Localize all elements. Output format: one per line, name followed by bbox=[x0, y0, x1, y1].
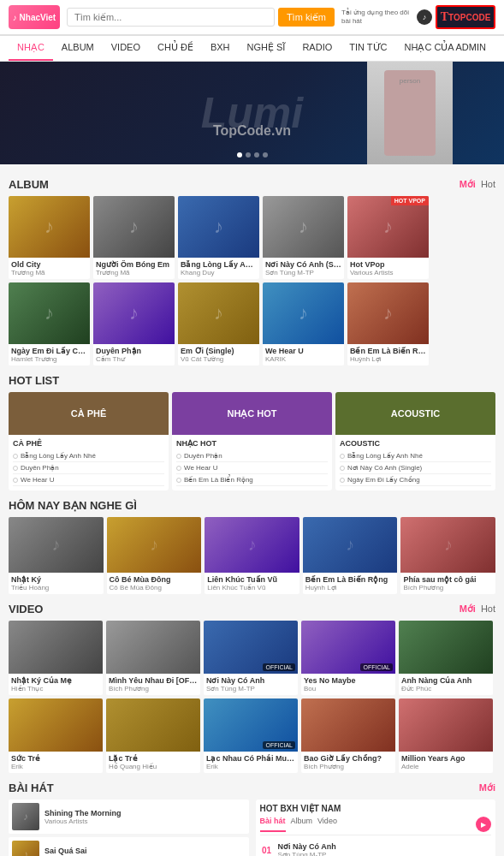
video-item[interactable]: Mình Yêu Nhau Đi [OFFICIAL M.. Bích Phươ… bbox=[106, 621, 200, 695]
chart-tab[interactable]: Album bbox=[291, 817, 313, 832]
video-header: VIDEO Mới Hot bbox=[9, 603, 495, 615]
nav-item-tintức[interactable]: TIN TỨC bbox=[341, 36, 395, 61]
navigation: NHẠCALBUMVIDEOCHỦ ĐỀBXHNGHỆ SĨRADIOTIN T… bbox=[0, 36, 504, 62]
nav-item-video[interactable]: VIDEO bbox=[103, 36, 149, 61]
video-item[interactable]: Bao Giờ Lấy Chồng? Bích Phương bbox=[301, 698, 395, 773]
album-item[interactable]: ♪ We Hear U KARIK bbox=[263, 282, 344, 366]
chart-row[interactable]: 01 Nơi Này Có Anh Sơn Tùng M-TP bbox=[260, 840, 492, 856]
album-item[interactable]: ♪ Ngày Em Đi Lấy Chồng Hamlet Trương bbox=[9, 282, 90, 366]
album-tab-hot[interactable]: Hot bbox=[481, 179, 495, 190]
album-item[interactable]: ♪ HOT VPOP Hot VPop Various Artists bbox=[347, 196, 429, 279]
today-grid: ♪ Nhật Ký Triều Hoàng ♪ Cô Bé Mùa Đông C… bbox=[9, 517, 495, 594]
top-right: Tải ứng dụng theo dõi bài hát ♪ T TOPCOD… bbox=[341, 5, 495, 29]
hot-list-card[interactable]: ACOUSTIC ACOUSTIC Bằng Lòng Lấy Anh NhéN… bbox=[335, 392, 495, 490]
nav-item-bxh[interactable]: BXH bbox=[202, 36, 239, 61]
album-grid: ♪ Old City Trương Mã ♪ Người Ôm Bóng Em … bbox=[9, 196, 495, 366]
hot-list-title: HOT LIST bbox=[9, 374, 59, 387]
nav-item-chủđề[interactable]: CHỦ ĐỀ bbox=[149, 36, 202, 61]
nav-item-nhạccủaadmin[interactable]: NHẠC CỦA ADMIN bbox=[396, 36, 495, 61]
baihat-item[interactable]: ♪ Sai Quá Sai Dương Nội bbox=[9, 837, 249, 856]
chart-title: HOT BXH VIỆT NAM bbox=[260, 804, 492, 813]
video-tabs: Mới Hot bbox=[460, 603, 495, 615]
today-item[interactable]: ♪ Cô Bé Mùa Đông Cô Bé Mùa Đông bbox=[107, 517, 202, 594]
album-item[interactable]: ♪ Old City Trương Mã bbox=[9, 196, 90, 279]
album-tab-moi[interactable]: Mới bbox=[460, 179, 476, 190]
album-item[interactable]: ♪ Em Ơi (Single) Vũ Cát Tường bbox=[178, 282, 259, 366]
video-item[interactable]: Million Years Ago Adele bbox=[399, 698, 493, 773]
baihat-title: BÀI HÁT bbox=[9, 782, 54, 794]
video-item[interactable]: Lặc Trẻ Hồ Quang Hiếu bbox=[106, 698, 200, 773]
baihat-item[interactable]: ♪ Shining The Morning Various Artists bbox=[9, 800, 249, 834]
hot-list-card[interactable]: CÀ PHÊ CÀ PHÊ Bằng Lòng Lấy Anh NhéDuyên… bbox=[9, 392, 169, 490]
video-tab-moi[interactable]: Mới bbox=[460, 603, 476, 615]
album-item[interactable]: ♪ Nơi Này Có Anh (Single) Sơn Tùng M-TP bbox=[263, 196, 344, 279]
chart-play-button[interactable]: ▶ bbox=[476, 817, 491, 832]
baihat-chart-layout: ♪ Shining The Morning Various Artists ♪ … bbox=[9, 800, 495, 856]
nav-item-nghệsĩ[interactable]: NGHỆ SĨ bbox=[239, 36, 294, 61]
today-item[interactable]: ♪ Nhật Ký Triều Hoàng bbox=[9, 517, 104, 594]
album-title: ALBUM bbox=[9, 178, 49, 191]
logo: ♪ NhacViet bbox=[9, 5, 60, 29]
album-item[interactable]: ♪ Bằng Lòng Lấy Anh Nhé Khang Duy bbox=[178, 196, 259, 279]
video-item[interactable]: OFFICIAL Lạc Nhau Có Phải Muốn Đó Erik bbox=[204, 698, 298, 773]
baihat-list: ♪ Shining The Morning Various Artists ♪ … bbox=[9, 800, 249, 856]
banner: Lumi person TopCode.vn bbox=[0, 62, 504, 164]
album-item[interactable]: ♪ Duyên Phận Cẩm Thư bbox=[93, 282, 175, 366]
video-item[interactable]: Nhật Ký Của Mẹ Hiền Thục bbox=[9, 621, 103, 695]
today-item[interactable]: ♪ Bến Em Là Biển Rộng Huỳnh Lợi bbox=[303, 517, 398, 594]
video-item[interactable]: OFFICIAL Yes No Maybe Bou bbox=[301, 621, 395, 695]
baihat-tabs: Mới bbox=[479, 782, 495, 794]
chart-tab[interactable]: Video bbox=[317, 817, 337, 832]
video-item[interactable]: OFFICIAL Nơi Này Có Anh Sơn Tùng M-TP bbox=[204, 621, 298, 695]
hot-list-card[interactable]: NHẠC HOT NHẠC HOT Duyên PhậnWe Hear UBến… bbox=[172, 392, 332, 490]
video-title: VIDEO bbox=[9, 603, 43, 615]
today-item[interactable]: ♪ Phía sau một cô gái Bích Phương bbox=[400, 517, 495, 594]
download-app-text: Tải ứng dụng theo dõi bài hát bbox=[341, 9, 410, 25]
album-tabs: Mới Hot bbox=[460, 179, 495, 190]
nav-item-radio[interactable]: RADIO bbox=[294, 36, 341, 61]
chart-tab[interactable]: Bài hát bbox=[260, 817, 286, 832]
nav-item-album[interactable]: ALBUM bbox=[53, 36, 103, 61]
header: ♪ NhacViet Tìm kiếm Tải ứng dụng theo dõ… bbox=[0, 0, 504, 36]
search-input[interactable] bbox=[67, 8, 275, 27]
nav-item-nhạc[interactable]: NHẠC bbox=[9, 36, 53, 61]
baihat-tab-moi[interactable]: Mới bbox=[479, 782, 495, 794]
today-item[interactable]: ♪ Liên Khúc Tuấn Vũ Liên Khúc Tuấn Vũ bbox=[205, 517, 299, 594]
video-item[interactable]: Sức Trẻ Erik bbox=[9, 698, 103, 773]
hot-list-grid: CÀ PHÊ CÀ PHÊ Bằng Lòng Lấy Anh NhéDuyên… bbox=[9, 392, 495, 490]
search-button[interactable]: Tìm kiếm bbox=[278, 8, 335, 27]
topcode-logo: T TOPCODE bbox=[436, 5, 495, 29]
banner-dots bbox=[237, 152, 268, 158]
video-tab-hot[interactable]: Hot bbox=[481, 603, 495, 615]
banner-image: person bbox=[367, 62, 453, 164]
baihat-header: BÀI HÁT Mới bbox=[9, 782, 495, 794]
album-item[interactable]: ♪ Bến Em Là Biển Rộng Huỳnh Lợi bbox=[347, 282, 429, 366]
main-content: ALBUM Mới Hot ♪ Old City Trương Mã ♪ Ngư… bbox=[0, 164, 504, 856]
hot-list-header: HOT LIST bbox=[9, 374, 495, 387]
music-icon: ♪ bbox=[417, 9, 432, 25]
today-title: HÔM NAY BẠN NGHE GÌ bbox=[9, 499, 137, 512]
album-item[interactable]: ♪ Người Ôm Bóng Em Trương Mã bbox=[93, 196, 175, 279]
video-grid: Nhật Ký Của Mẹ Hiền Thục Mình Yêu Nhau Đ… bbox=[9, 621, 495, 773]
today-header: HÔM NAY BẠN NGHE GÌ bbox=[9, 499, 495, 512]
banner-topcode-text: TopCode.vn bbox=[0, 123, 504, 139]
album-section-header: ALBUM Mới Hot bbox=[9, 178, 495, 191]
search-bar: Tìm kiếm bbox=[67, 8, 335, 27]
chart-tabs: Bài hátAlbumVideo ▶ bbox=[260, 817, 492, 835]
chart-box: HOT BXH VIỆT NAM Bài hátAlbumVideo ▶ 01 … bbox=[256, 800, 496, 856]
video-item[interactable]: Anh Nàng Của Anh Đức Phúc bbox=[399, 621, 493, 695]
logo-img[interactable]: ♪ NhacViet bbox=[9, 5, 60, 29]
